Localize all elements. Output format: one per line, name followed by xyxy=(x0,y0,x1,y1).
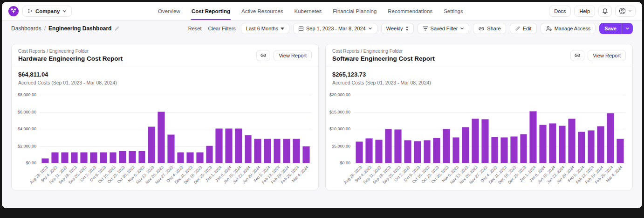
bar-nov-6-2023[interactable] xyxy=(452,137,460,163)
bar-jan-22-2024[interactable] xyxy=(245,135,252,163)
docs-button[interactable]: Docs xyxy=(549,6,571,17)
company-selector[interactable]: Company xyxy=(22,6,72,17)
bar-aug-28-2023[interactable] xyxy=(41,158,49,163)
bar-dec-18-2023[interactable] xyxy=(510,136,518,163)
bar-oct-23-2023[interactable] xyxy=(433,138,440,163)
bar-feb-26-2024[interactable] xyxy=(607,113,614,163)
bar-jan-15-2024[interactable] xyxy=(549,123,556,163)
bar-feb-5-2024[interactable] xyxy=(578,132,585,163)
edit-button[interactable]: Edit xyxy=(510,23,537,34)
date-range-picker[interactable]: Sep 1, 2023 - Mar 8, 2024 xyxy=(293,23,377,34)
bar-nov-20-2023[interactable] xyxy=(472,119,479,163)
bar-slot xyxy=(538,95,548,163)
bar-feb-19-2024[interactable] xyxy=(597,126,604,163)
bar-feb-12-2024[interactable] xyxy=(274,139,281,163)
bar-nov-13-2023[interactable] xyxy=(148,127,155,163)
bar-dec-18-2023[interactable] xyxy=(196,152,204,163)
bar-aug-28-2023[interactable] xyxy=(356,141,363,163)
bar-nov-13-2023[interactable] xyxy=(462,127,469,163)
save-button[interactable]: Save xyxy=(599,23,633,34)
bar-sep-11-2023[interactable] xyxy=(375,140,383,163)
user-menu-button[interactable] xyxy=(615,6,636,17)
reset-button[interactable]: Reset xyxy=(187,26,203,31)
bar-sep-25-2023[interactable] xyxy=(394,129,402,163)
tab-active-resources[interactable]: Active Resources xyxy=(241,2,283,20)
tab-financial-planning[interactable]: Financial Planning xyxy=(333,2,377,20)
bar-nov-20-2023[interactable] xyxy=(158,112,165,163)
breadcrumb-root[interactable]: Dashboards xyxy=(11,25,41,32)
bar-sep-18-2023[interactable] xyxy=(71,152,78,163)
tab-settings[interactable]: Settings xyxy=(444,2,463,20)
share-button[interactable]: Share xyxy=(473,23,506,34)
bar-nov-6-2023[interactable] xyxy=(138,151,146,163)
bar-oct-16-2023[interactable] xyxy=(110,152,117,163)
bar-feb-5-2024[interactable] xyxy=(264,139,271,163)
report-breadcrumb[interactable]: Cost Reports / Engineering Folder xyxy=(332,49,435,54)
bar-dec-25-2023[interactable] xyxy=(520,134,528,163)
view-report-button[interactable]: View Report xyxy=(274,50,312,61)
view-report-button[interactable]: View Report xyxy=(588,50,626,61)
tab-cost-reporting[interactable]: Cost Reporting xyxy=(192,2,230,20)
copy-link-button[interactable] xyxy=(256,50,270,61)
bar-jan-29-2024[interactable] xyxy=(254,139,261,163)
save-options-caret[interactable] xyxy=(622,23,633,34)
breadcrumb: Dashboards / Engineering Dashboard xyxy=(11,25,120,32)
report-breadcrumb[interactable]: Cost Reports / Engineering Folder xyxy=(18,49,123,54)
bar-feb-19-2024[interactable] xyxy=(283,139,290,163)
manage-access-button[interactable]: Manage Access xyxy=(541,23,596,34)
granularity-select[interactable]: Weekly xyxy=(381,23,414,34)
page-content: Dashboards / Engineering Dashboard Reset… xyxy=(2,21,642,208)
bar-mar-4-2024[interactable] xyxy=(617,139,624,163)
bar-oct-9-2023[interactable] xyxy=(100,152,107,163)
bar-sep-18-2023[interactable] xyxy=(385,129,392,163)
plot-column: Aug 28, 2023Sep 4, 2023Sep 11, 2023Sep 1… xyxy=(40,95,312,188)
bar-oct-16-2023[interactable] xyxy=(424,140,431,163)
tab-kubernetes[interactable]: Kubernetes xyxy=(294,2,322,20)
bar-feb-12-2024[interactable] xyxy=(588,130,595,163)
bar-jan-8-2024[interactable] xyxy=(539,125,547,163)
bar-oct-2-2023[interactable] xyxy=(90,152,97,163)
period-dropdown[interactable]: Last 6 Months xyxy=(241,23,289,34)
bar-nov-27-2023[interactable] xyxy=(167,134,175,163)
bar-sep-25-2023[interactable] xyxy=(80,152,88,163)
bar-jan-8-2024[interactable] xyxy=(225,128,233,163)
bar-sep-4-2023[interactable] xyxy=(51,152,59,163)
x-tick: Mar 4, 2024 xyxy=(301,163,311,188)
bar-dec-11-2023[interactable] xyxy=(186,152,194,163)
bar-dec-4-2023[interactable] xyxy=(177,152,185,163)
clear-filters-button[interactable]: Clear Filters xyxy=(207,26,237,31)
bar-oct-30-2023[interactable] xyxy=(443,129,450,163)
copy-link-button[interactable] xyxy=(570,50,584,61)
bar-dec-25-2023[interactable] xyxy=(206,146,213,163)
bar-jan-29-2024[interactable] xyxy=(568,119,575,163)
notifications-button[interactable] xyxy=(598,6,612,17)
rename-dashboard-button[interactable] xyxy=(114,26,120,31)
bar-oct-2-2023[interactable] xyxy=(404,140,411,163)
bar-oct-30-2023[interactable] xyxy=(129,151,136,163)
bar-sep-11-2023[interactable] xyxy=(61,152,69,163)
bar-jan-15-2024[interactable] xyxy=(235,128,242,163)
period-label: Last 6 Months xyxy=(246,26,278,31)
bar-dec-4-2023[interactable] xyxy=(491,137,499,163)
bar-dec-11-2023[interactable] xyxy=(500,137,508,163)
bar-sep-4-2023[interactable] xyxy=(365,138,373,163)
bar-slot xyxy=(374,95,384,163)
bar-slot xyxy=(185,95,195,163)
saved-filter-dropdown[interactable]: Saved Filter xyxy=(418,23,470,34)
bar-jan-1-2024[interactable] xyxy=(529,111,537,163)
bar-jan-22-2024[interactable] xyxy=(559,126,566,163)
brand-logo-icon[interactable] xyxy=(8,6,19,16)
tab-overview[interactable]: Overview xyxy=(158,2,180,20)
pencil-icon xyxy=(114,26,120,31)
bar-jan-1-2024[interactable] xyxy=(215,128,223,163)
bar-mar-4-2024[interactable] xyxy=(302,146,310,163)
bar-slot xyxy=(60,95,69,163)
tab-recommendations[interactable]: Recommendations xyxy=(388,2,432,20)
bar-oct-9-2023[interactable] xyxy=(414,141,421,163)
card-summary: $64,811.04 Accrued Costs (Sep 01, 2023 -… xyxy=(12,66,318,85)
bar-nov-27-2023[interactable] xyxy=(481,119,489,163)
bar-slot xyxy=(403,95,413,163)
bar-oct-23-2023[interactable] xyxy=(119,151,126,163)
bar-feb-26-2024[interactable] xyxy=(293,139,300,163)
help-button[interactable]: Help xyxy=(574,6,595,17)
